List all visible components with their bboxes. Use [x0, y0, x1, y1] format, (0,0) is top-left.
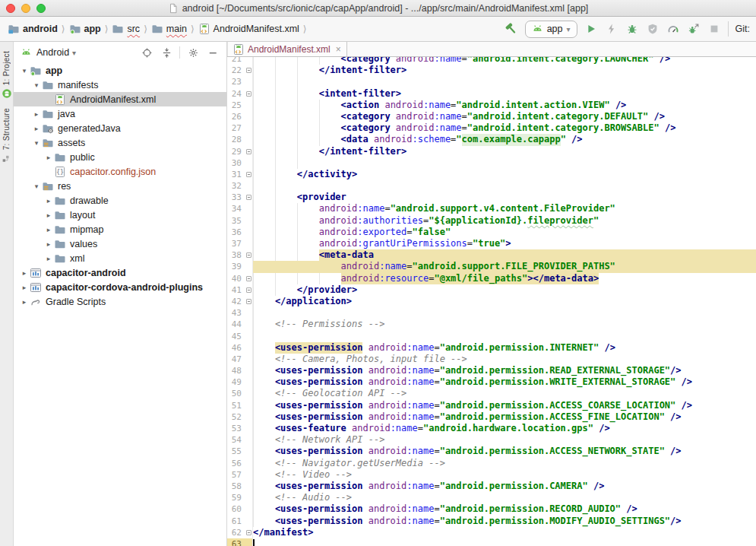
- code-line-55[interactable]: 55<uses-permission android:name="android…: [227, 446, 756, 457]
- attach-debugger-button[interactable]: [687, 22, 701, 36]
- line-number[interactable]: 25: [227, 100, 245, 111]
- code-line-59[interactable]: 59<!-- Audio -->: [227, 492, 756, 503]
- line-number[interactable]: 35: [227, 215, 245, 227]
- project-view-selector[interactable]: Android: [36, 47, 69, 58]
- line-number[interactable]: 30: [227, 157, 245, 169]
- line-number[interactable]: 48: [227, 365, 245, 376]
- tree-item-manifests[interactable]: ▾manifests: [14, 78, 226, 92]
- code-line-54[interactable]: 54<!-- Network API -->: [227, 434, 756, 446]
- coverage-button[interactable]: [646, 22, 660, 36]
- line-number[interactable]: 34: [227, 203, 245, 214]
- code-line-45[interactable]: 45: [227, 331, 756, 342]
- tree-item-layout[interactable]: ▸layout: [14, 208, 226, 222]
- code-line-27[interactable]: 27<category android:name="android.intent…: [227, 122, 756, 134]
- expand-arrow-icon[interactable]: ▸: [44, 240, 53, 248]
- code-line-61[interactable]: 61<uses-permission android:name="android…: [227, 516, 756, 527]
- line-number[interactable]: 60: [227, 503, 245, 515]
- code-line-48[interactable]: 48<uses-permission android:name="android…: [227, 365, 756, 376]
- line-number[interactable]: 40: [227, 273, 245, 284]
- line-number[interactable]: 52: [227, 411, 245, 423]
- code-line-56[interactable]: 56<!-- Navigator.getUserMedia -->: [227, 458, 756, 469]
- tree-item-values[interactable]: ▸values: [14, 236, 226, 251]
- line-number[interactable]: 28: [227, 134, 245, 145]
- line-number[interactable]: 38: [227, 249, 245, 261]
- line-number[interactable]: 61: [227, 516, 245, 527]
- code-line-49[interactable]: 49<uses-permission android:name="android…: [227, 376, 756, 388]
- code-line-35[interactable]: 35android:authorities="${applicationId}.…: [227, 215, 756, 227]
- expand-arrow-icon[interactable]: ▸: [32, 110, 41, 118]
- line-number[interactable]: 36: [227, 227, 245, 238]
- fold-marker-icon[interactable]: [245, 296, 253, 307]
- tool-window-button-7-structure[interactable]: 7: Structure: [2, 108, 11, 163]
- line-number[interactable]: 50: [227, 388, 245, 399]
- line-number[interactable]: 58: [227, 481, 245, 492]
- line-number[interactable]: 29: [227, 146, 245, 157]
- tree-item-capacitor-cordova-android-plugins[interactable]: ▸capacitor-cordova-android-plugins: [14, 280, 226, 294]
- expand-arrow-icon[interactable]: ▾: [32, 139, 41, 147]
- code-line-42[interactable]: 42</application>: [227, 296, 756, 307]
- code-line-52[interactable]: 52<uses-permission android:name="android…: [227, 411, 756, 423]
- code-line-31[interactable]: 31</activity>: [227, 169, 756, 180]
- line-number[interactable]: 45: [227, 331, 245, 342]
- expand-arrow-icon[interactable]: ▾: [32, 183, 41, 190]
- code-line-46[interactable]: 46<uses-permission android:name="android…: [227, 342, 756, 354]
- hide-button[interactable]: [206, 46, 220, 59]
- code-line-37[interactable]: 37android:grantUriPermissions="true">: [227, 238, 756, 249]
- expand-arrow-icon[interactable]: ▾: [32, 81, 41, 89]
- line-number[interactable]: 46: [227, 342, 245, 354]
- run-config-selector[interactable]: app ▾: [525, 21, 577, 38]
- run-button[interactable]: [584, 22, 598, 36]
- expand-arrow-icon[interactable]: ▸: [44, 154, 53, 161]
- line-number[interactable]: 56: [227, 458, 245, 469]
- fold-marker-icon[interactable]: [245, 249, 253, 261]
- expand-arrow-icon[interactable]: ▸: [20, 269, 29, 277]
- close-tab-icon[interactable]: ×: [336, 44, 341, 55]
- tool-window-button-1-project[interactable]: 1: Project: [2, 51, 12, 99]
- code-line-57[interactable]: 57<!-- Video -->: [227, 469, 756, 481]
- expand-arrow-icon[interactable]: ▸: [32, 125, 41, 132]
- apply-changes-button[interactable]: [605, 22, 618, 36]
- breadcrumb-item-android[interactable]: android: [8, 23, 58, 35]
- code-line-21[interactable]: 21<category android:name="android.intent…: [227, 57, 756, 65]
- expand-arrow-icon[interactable]: ▸: [44, 255, 53, 262]
- expand-arrow-icon[interactable]: ▸: [44, 211, 53, 219]
- tree-item-mipmap[interactable]: ▸mipmap: [14, 222, 226, 236]
- line-number[interactable]: 53: [227, 423, 245, 434]
- expand-arrow-icon[interactable]: ▸: [44, 226, 53, 233]
- fold-marker-icon[interactable]: [245, 88, 253, 100]
- line-number[interactable]: 57: [227, 469, 245, 481]
- tree-item-drawable[interactable]: ▸drawable: [14, 193, 226, 208]
- editor-body[interactable]: 21<category android:name="android.intent…: [227, 57, 756, 546]
- line-number[interactable]: 26: [227, 111, 245, 122]
- code-line-62[interactable]: 62</manifest>: [227, 527, 756, 538]
- gear-button[interactable]: [186, 46, 200, 59]
- close-window-button[interactable]: [6, 4, 15, 13]
- code-line-39[interactable]: 39android:name="android.support.FILE_PRO…: [227, 261, 756, 272]
- tab-androidmanifest-xml[interactable]: AndroidManifest.xml ×: [227, 42, 347, 56]
- code-line-24[interactable]: 24<intent-filter>: [227, 88, 756, 100]
- tree-item-gradle-scripts[interactable]: ▸Gradle Scripts: [14, 294, 226, 309]
- code-line-28[interactable]: 28<data android:scheme="com.example.capa…: [227, 134, 756, 145]
- line-number[interactable]: 37: [227, 238, 245, 249]
- line-number[interactable]: 59: [227, 492, 245, 503]
- tree-item-xml[interactable]: ▸xml: [14, 251, 226, 265]
- zoom-window-button[interactable]: [36, 4, 46, 13]
- line-number[interactable]: 47: [227, 354, 245, 365]
- fold-marker-icon[interactable]: [245, 192, 253, 203]
- line-number[interactable]: 23: [227, 76, 245, 87]
- fold-marker-icon[interactable]: [245, 273, 253, 284]
- code-line-26[interactable]: 26<category android:name="android.intent…: [227, 111, 756, 122]
- code-line-63[interactable]: 63: [227, 538, 756, 546]
- code-line-58[interactable]: 58<uses-permission android:name="android…: [227, 481, 756, 492]
- collapse-all-button[interactable]: [160, 46, 173, 59]
- code-line-40[interactable]: 40android:resource="@xml/file_paths"></m…: [227, 273, 756, 284]
- tree-item-res[interactable]: ▾res: [14, 179, 226, 193]
- line-number[interactable]: 21: [227, 57, 245, 65]
- expand-arrow-icon[interactable]: ▾: [20, 67, 29, 75]
- code-line-47[interactable]: 47<!-- Camera, Photos, input file -->: [227, 354, 756, 365]
- line-number[interactable]: 43: [227, 307, 245, 319]
- line-number[interactable]: 22: [227, 65, 245, 76]
- line-number[interactable]: 54: [227, 434, 245, 446]
- tree-item-public[interactable]: ▸public: [14, 150, 226, 164]
- expand-arrow-icon[interactable]: ▸: [20, 298, 29, 306]
